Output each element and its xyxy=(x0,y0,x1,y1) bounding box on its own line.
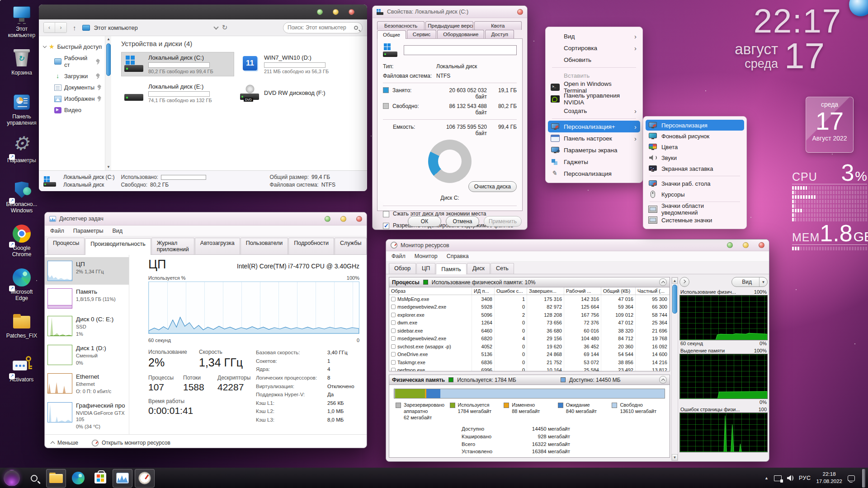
maximize-button[interactable] xyxy=(333,9,339,15)
tray-clock[interactable]: 22:18 17.08.2022 xyxy=(816,471,842,485)
menu-item[interactable]: Панель настроек › xyxy=(548,132,640,144)
expand-chevron-icon[interactable] xyxy=(43,44,47,48)
tab[interactable]: Производительность xyxy=(85,238,151,255)
menu-item[interactable]: Вставить xyxy=(548,70,640,81)
menu-item[interactable]: Панель управления NVIDIA xyxy=(548,93,640,105)
process-row[interactable]: sidebar.exe 6460 0 36 680 60 016 38 320 … xyxy=(389,327,670,335)
menubar-item[interactable]: Параметры xyxy=(73,228,104,234)
process-row[interactable]: MsMpEng.exe 3408 1 175 316 142 316 47 01… xyxy=(389,295,670,303)
tab[interactable]: Службы xyxy=(335,238,367,254)
column-header[interactable]: Рабочий ... xyxy=(564,287,601,295)
process-checkbox[interactable] xyxy=(391,368,396,371)
close-button[interactable] xyxy=(349,9,354,15)
checkbox[interactable] xyxy=(383,211,389,217)
tab[interactable]: Автозагрузка xyxy=(195,238,240,254)
column-header[interactable]: Общий (КБ) xyxy=(601,287,636,295)
search-input[interactable] xyxy=(288,24,351,31)
tab[interactable]: Оборудование xyxy=(437,30,484,38)
sidebar-item[interactable]: Видео xyxy=(39,104,111,116)
menubar-item[interactable]: Файл xyxy=(392,253,406,259)
resmon-titlebar[interactable]: Монитор ресурсов xyxy=(386,239,769,251)
drive-tile[interactable]: Локальный диск (C:) 80,2 ГБ свободно из … xyxy=(121,52,234,76)
show-desktop-button[interactable] xyxy=(862,469,865,488)
tab[interactable]: Сеть xyxy=(491,263,514,274)
drive-tile[interactable]: Локальный диск (E:) 74,1 ГБ свободно из … xyxy=(121,81,234,105)
tray-expand-button[interactable]: ▲ xyxy=(764,476,769,480)
minimize-button[interactable] xyxy=(727,242,733,248)
close-button[interactable] xyxy=(759,242,764,248)
desktop-icon[interactable]: ↗ Параметры xyxy=(1,136,42,180)
menubar-item[interactable]: Монитор xyxy=(415,253,438,259)
menu-item[interactable]: Вид › xyxy=(548,30,640,42)
tab[interactable]: Предыдущие версии xyxy=(425,21,473,30)
tab[interactable]: ЦП xyxy=(416,263,435,274)
taskbar-search-button[interactable] xyxy=(24,469,44,488)
menu-item[interactable]: Гаджеты xyxy=(548,156,640,168)
menu-item[interactable]: Персонализация xyxy=(548,168,640,179)
desktop-icon[interactable]: ↗ Панель управления xyxy=(1,92,42,136)
scrollbar-thumb[interactable] xyxy=(672,285,677,314)
maximize-button[interactable] xyxy=(340,216,346,222)
process-checkbox[interactable] xyxy=(391,344,396,349)
start-button[interactable] xyxy=(2,469,22,488)
menu-item[interactable]: Open in Windows Terminal xyxy=(548,81,640,93)
menu-item[interactable]: Параметры экрана xyxy=(548,144,640,156)
menu-item[interactable]: Системные значки xyxy=(646,215,744,225)
desktop-icon[interactable]: ↗ Корзина xyxy=(1,48,42,92)
process-checkbox[interactable] xyxy=(391,328,396,333)
forward-button[interactable]: › xyxy=(55,23,66,33)
drive-tile[interactable]: DVD RW дисковод (F:) xyxy=(237,81,350,105)
column-header[interactable]: Частный (... xyxy=(636,287,670,295)
tab[interactable]: Доступ xyxy=(485,30,514,38)
sidebar-item[interactable]: Изображен xyxy=(39,93,111,104)
sidebar-item[interactable]: Документы xyxy=(39,82,111,93)
process-checkbox[interactable] xyxy=(391,336,396,341)
tab[interactable]: Общие xyxy=(377,30,406,39)
address-bar[interactable]: Этот компьютер xyxy=(94,24,138,31)
desktop-icon[interactable]: ↗ Google Chrome xyxy=(1,224,42,267)
process-row[interactable]: perfmon.exe 6996 0 10 164 25 584 23 492 … xyxy=(389,366,670,371)
collapse-button[interactable] xyxy=(659,376,667,384)
menu-item[interactable]: Цвета xyxy=(646,141,744,152)
taskbar-resource-monitor-button[interactable] xyxy=(135,469,155,488)
process-checkbox[interactable] xyxy=(391,305,396,309)
explorer-titlebar[interactable] xyxy=(39,5,367,19)
scroll-down-icon[interactable]: ▼ xyxy=(672,454,678,460)
menu-item[interactable]: Звуки xyxy=(646,152,744,163)
address-dropdown-icon[interactable] xyxy=(213,24,218,29)
column-header[interactable]: Ошибок с... xyxy=(495,287,527,295)
column-header[interactable]: Образ xyxy=(389,287,472,295)
taskbar-store-button[interactable] xyxy=(90,469,110,488)
tab[interactable]: Сервис xyxy=(407,30,436,38)
tab[interactable]: Журнал приложений xyxy=(151,238,194,254)
menu-item[interactable]: Персонализация+ › xyxy=(548,121,640,132)
volume-label-input[interactable] xyxy=(404,45,517,55)
process-row[interactable]: svchost.exe (wsappx -p) 4052 0 19 620 36… xyxy=(389,343,670,351)
menu-item[interactable]: Обновить xyxy=(548,54,640,66)
desktop-icon[interactable]: ↗ Microsoft Edge xyxy=(1,267,42,311)
network-icon[interactable] xyxy=(774,475,782,481)
scrollbar-thumb[interactable] xyxy=(106,43,111,76)
view-dropdown-button[interactable]: Вид▼ xyxy=(731,277,768,287)
menu-item[interactable]: Курсоры xyxy=(646,189,744,200)
menu-item[interactable]: Сортировка › xyxy=(548,42,640,54)
process-row[interactable]: OneDrive.exe 5136 0 24 868 69 144 54 544… xyxy=(389,351,670,359)
menu-item[interactable]: Значки раб. стола xyxy=(646,178,744,189)
menubar-item[interactable]: Файл xyxy=(50,228,64,234)
process-row[interactable]: msedgewebview2.exe 6820 4 29 156 104 480… xyxy=(389,335,670,343)
disk-cleanup-button[interactable]: Очистка диска xyxy=(468,181,517,192)
menubar-item[interactable]: Справка xyxy=(447,253,469,259)
tab[interactable]: Безопасность xyxy=(377,21,425,30)
cancel-button[interactable]: Отмена xyxy=(446,216,479,227)
open-resource-monitor-link[interactable]: Открыть монитор ресурсов xyxy=(92,440,170,446)
sidebar-item[interactable]: Загрузки xyxy=(39,70,111,82)
process-row[interactable]: msedgewebview2.exe 5928 0 82 972 125 664… xyxy=(389,303,670,311)
menu-item[interactable]: Экранная заставка xyxy=(646,163,744,174)
menu-item[interactable]: Значки области уведомлений xyxy=(646,204,744,215)
ok-button[interactable]: ОК xyxy=(408,216,441,227)
menubar-item[interactable]: Вид xyxy=(112,228,123,234)
tab[interactable]: Память xyxy=(436,263,467,274)
desktop-icon[interactable]: ↗ Этот компьютер xyxy=(1,5,42,48)
desktop-icon[interactable]: ↗ Activators xyxy=(1,355,42,399)
desktop-icon[interactable]: ↗ Patches_FIX xyxy=(1,311,42,355)
